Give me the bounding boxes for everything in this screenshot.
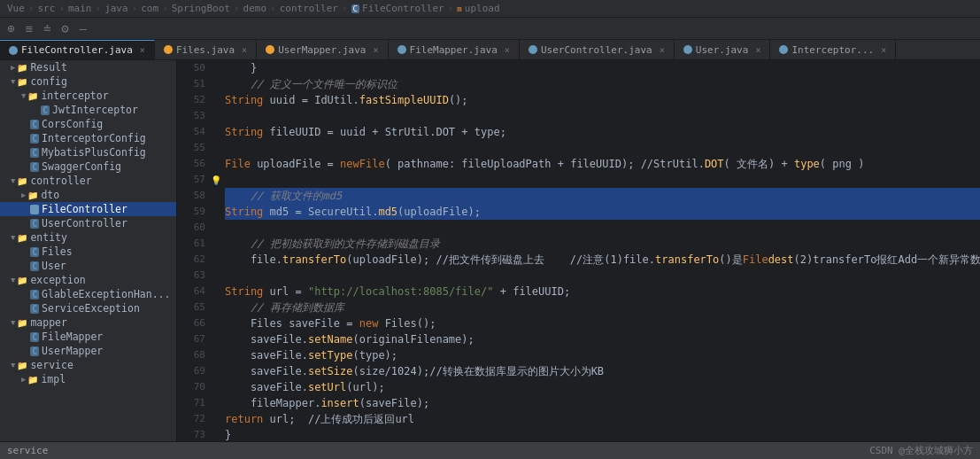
sidebar-label-glableexception: GlableExceptionHan... bbox=[42, 288, 170, 300]
tab-files[interactable]: Files.java × bbox=[155, 40, 257, 59]
folder-icon-exception: 📁 bbox=[17, 276, 27, 285]
gutter-marker bbox=[211, 300, 221, 315]
code-line: saveFile.setType(type); bbox=[225, 347, 980, 363]
code-line: File uploadFile = new File( pathname: fi… bbox=[225, 156, 980, 172]
code-line: return url; //上传成功后返回url bbox=[225, 411, 980, 427]
sidebar-item-result[interactable]: ▶ 📁 Result bbox=[0, 60, 176, 74]
class-icon-filecontroller: C bbox=[30, 205, 39, 214]
sidebar-item-serviceexception[interactable]: C ServiceException bbox=[0, 301, 176, 315]
breadcrumb-vue[interactable]: Vue bbox=[7, 3, 25, 14]
breadcrumb-java[interactable]: java bbox=[104, 3, 128, 14]
line-number: 63 bbox=[177, 268, 205, 284]
sidebar-item-corsconfig[interactable]: C CorsConfig bbox=[0, 117, 176, 131]
gutter-marker bbox=[211, 145, 221, 159]
sidebar-item-files[interactable]: C Files bbox=[0, 245, 176, 259]
code-line: String fileUUID = uuid + StrUtil.DOT + t… bbox=[225, 124, 980, 140]
breadcrumb-demo[interactable]: demo bbox=[243, 3, 267, 14]
line-number: 58 bbox=[177, 188, 205, 204]
sidebar-item-entity[interactable]: ▼ 📁 entity bbox=[0, 230, 176, 245]
folder-icon-config: 📁 bbox=[17, 77, 27, 87]
line-number: 73 bbox=[177, 427, 205, 441]
sidebar-item-user[interactable]: C User bbox=[0, 259, 176, 273]
code-line: } bbox=[225, 427, 980, 441]
sidebar-label-config: config bbox=[30, 75, 67, 88]
sidebar-item-interceptor-folder[interactable]: ▼ 📁 interceptor bbox=[0, 89, 176, 103]
tab-filemapper[interactable]: FileMapper.java × bbox=[389, 40, 520, 59]
code-line bbox=[225, 140, 980, 156]
tab-interceptor[interactable]: Interceptor... × bbox=[770, 40, 896, 59]
code-line bbox=[225, 268, 980, 284]
tab-filecontroller-close[interactable]: × bbox=[140, 45, 145, 55]
folder-icon-result: 📁 bbox=[17, 63, 27, 73]
gutter-marker bbox=[211, 286, 221, 300]
breadcrumb-src[interactable]: src bbox=[38, 3, 56, 14]
code-line bbox=[225, 220, 980, 236]
sep5: › bbox=[162, 3, 168, 14]
code-line: saveFile.setUrl(url); bbox=[225, 379, 980, 395]
breadcrumb-controller[interactable]: controller bbox=[280, 3, 338, 14]
sidebar-label-exception: exception bbox=[30, 274, 85, 286]
breadcrumb-springboot[interactable]: SpringBoot bbox=[172, 3, 230, 14]
toolbar-add-icon[interactable]: ⊕ bbox=[5, 19, 16, 37]
sidebar-item-usercontroller[interactable]: C UserController bbox=[0, 216, 176, 230]
toolbar-list-icon[interactable]: ≡ bbox=[23, 19, 34, 37]
line-number: 66 bbox=[177, 315, 205, 331]
tab-usermapper-close[interactable]: × bbox=[373, 45, 378, 55]
class-icon-mybatisplus: C bbox=[30, 148, 39, 158]
class-icon-swagger: C bbox=[30, 162, 39, 172]
breadcrumb-filecontroller[interactable]: C FileController bbox=[351, 3, 444, 14]
tab-usercontroller[interactable]: UserController.java × bbox=[520, 40, 675, 59]
sidebar-item-interceptorconfig[interactable]: C InterceptorConfig bbox=[0, 131, 176, 145]
sidebar-item-mapper[interactable]: ▼ 📁 mapper bbox=[0, 315, 176, 330]
breadcrumb-com[interactable]: com bbox=[141, 3, 158, 14]
sidebar-label-dto: dto bbox=[41, 189, 59, 201]
tab-interceptor-close[interactable]: × bbox=[881, 45, 886, 55]
sidebar-item-usermapper[interactable]: C UserMapper bbox=[0, 344, 176, 358]
sidebar-label-files: Files bbox=[42, 245, 73, 258]
tab-usermapper[interactable]: UserMapper.java × bbox=[257, 40, 388, 59]
sidebar-item-controller[interactable]: ▼ 📁 controller bbox=[0, 174, 176, 188]
breadcrumb-upload[interactable]: m upload bbox=[457, 3, 499, 14]
sidebar-item-mybatisplusconfig[interactable]: C MybatisPlusConfig bbox=[0, 145, 176, 159]
line-number: 62 bbox=[177, 252, 205, 268]
sidebar-label-service: service bbox=[30, 359, 73, 371]
tab-usercontroller-close[interactable]: × bbox=[660, 45, 665, 55]
code-area[interactable]: } // 定义一个文件唯一的标识位 String uuid = IdUtil.f… bbox=[221, 60, 980, 441]
sidebar-item-impl[interactable]: ▶ 📁 impl bbox=[0, 372, 176, 386]
code-line bbox=[225, 108, 980, 124]
sep3: › bbox=[96, 3, 102, 14]
sidebar-item-service[interactable]: ▼ 📁 service bbox=[0, 358, 176, 372]
tab-user-close[interactable]: × bbox=[755, 45, 760, 55]
sidebar-label-corsconfig: CorsConfig bbox=[42, 118, 103, 130]
tab-user[interactable]: User.java × bbox=[675, 40, 771, 59]
tab-filemapper-close[interactable]: × bbox=[505, 45, 510, 55]
sidebar-item-glableexception[interactable]: C GlableExceptionHan... bbox=[0, 287, 176, 301]
sidebar-item-jwtinterceptor[interactable]: C JwtInterceptor bbox=[0, 103, 176, 117]
code-line: // 再存储到数据库 bbox=[225, 300, 980, 315]
sidebar-item-exception[interactable]: ▼ 📁 exception bbox=[0, 273, 176, 287]
tab-files-close[interactable]: × bbox=[242, 45, 247, 55]
sidebar-item-config[interactable]: ▼ 📁 config bbox=[0, 74, 176, 89]
breadcrumb-main[interactable]: main bbox=[68, 3, 92, 14]
sep9: › bbox=[448, 3, 454, 14]
code-editor[interactable]: 5051525354555657585960616263646566676869… bbox=[177, 60, 980, 441]
gutter-marker bbox=[211, 427, 221, 441]
tabs-bar: FileController.java × Files.java × UserM… bbox=[0, 40, 980, 60]
sidebar-item-filemapper[interactable]: C FileMapper bbox=[0, 330, 176, 344]
toolbar-settings-icon[interactable]: ⚙ bbox=[59, 19, 70, 37]
sidebar-item-swaggerconfig[interactable]: C SwaggerConfig bbox=[0, 159, 176, 174]
arrow-entity: ▼ bbox=[11, 233, 15, 242]
sidebar-label-entity: entity bbox=[30, 231, 67, 244]
sidebar-item-dto[interactable]: ▶ 📁 dto bbox=[0, 188, 176, 202]
toolbar-diff-icon[interactable]: ≐ bbox=[42, 19, 52, 37]
sep7: › bbox=[270, 3, 276, 14]
sidebar-label-serviceexception: ServiceException bbox=[42, 302, 140, 315]
toolbar-minimize-icon[interactable]: — bbox=[78, 19, 89, 37]
class-icon-user: C bbox=[30, 261, 39, 271]
line-number: 64 bbox=[177, 284, 205, 300]
tab-filecontroller[interactable]: FileController.java × bbox=[0, 40, 155, 59]
class-icon-glableexception: C bbox=[30, 290, 39, 300]
code-line bbox=[225, 172, 980, 188]
sidebar-label-result: Result bbox=[30, 61, 67, 74]
sidebar-item-filecontroller[interactable]: C FileController bbox=[0, 202, 176, 216]
